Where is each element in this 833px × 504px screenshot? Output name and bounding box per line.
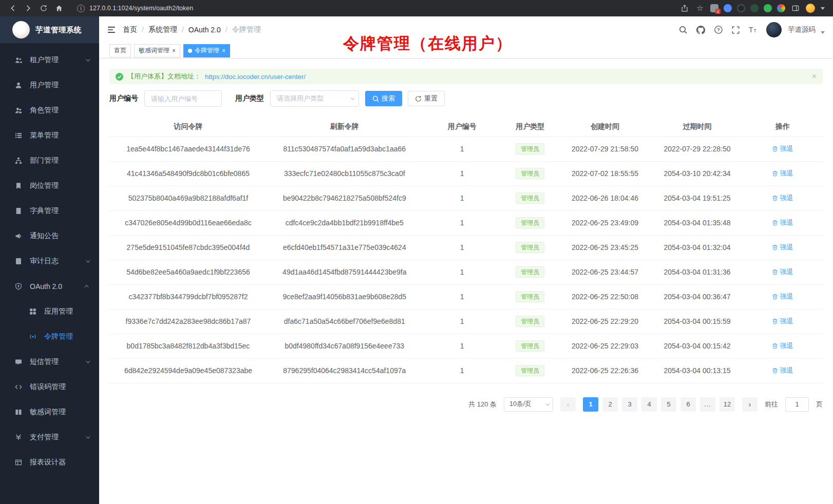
chevron-down-icon[interactable]	[821, 7, 825, 10]
cell-expire-time: 2054-03-04 00:13:15	[652, 358, 743, 383]
force-logout-button[interactable]: 强退	[772, 317, 793, 326]
cell-expire-time: 2054-03-04 00:15:59	[652, 309, 743, 334]
extension-badge: 1	[715, 9, 721, 14]
extension-icon[interactable]	[764, 4, 772, 12]
search-button[interactable]: 搜索	[365, 91, 402, 106]
next-page-button[interactable]: ›	[742, 397, 758, 412]
home-icon[interactable]	[53, 2, 65, 14]
page-12-button[interactable]: 12	[720, 397, 735, 412]
breadcrumb-item[interactable]: 系统管理	[148, 25, 177, 34]
user-type-select[interactable]: 请选择用户类型	[270, 90, 359, 107]
force-logout-button[interactable]: 强退	[772, 218, 793, 227]
extension-icon[interactable]	[724, 4, 732, 12]
audit-icon	[14, 258, 23, 265]
back-icon[interactable]	[7, 2, 19, 14]
svg-text:?: ?	[717, 27, 720, 32]
sidebar-item-pay[interactable]: 支付管理	[0, 424, 99, 450]
sidebar-item-notice[interactable]: 通知公告	[0, 223, 99, 248]
sidebar-item-dict[interactable]: 字典管理	[0, 198, 99, 223]
sidebar-item-post[interactable]: 岗位管理	[0, 173, 99, 198]
sidebar-item-role[interactable]: 角色管理	[0, 98, 99, 123]
page-4-button[interactable]: 4	[641, 397, 657, 412]
sidebar-item-dept[interactable]: 部门管理	[0, 148, 99, 173]
page-1-button[interactable]: 1	[583, 397, 598, 412]
goto-page-input[interactable]	[785, 397, 809, 412]
sidebar-item-menu[interactable]: 菜单管理	[0, 123, 99, 148]
force-logout-button[interactable]: 强退	[772, 193, 793, 203]
column-header: 用户编号	[422, 117, 502, 137]
page-size-select[interactable]: 10条/页	[504, 397, 553, 412]
force-logout-button[interactable]: 强退	[772, 341, 793, 351]
sidebar-item-oauth[interactable]: OAuth 2.0	[0, 274, 99, 299]
browser-chrome: i 127.0.0.1:1024/system/oauth2/token ☆ 1	[0, 0, 833, 16]
force-logout-button[interactable]: 强退	[772, 292, 793, 301]
force-logout-button[interactable]: 强退	[772, 144, 793, 153]
page-2-button[interactable]: 2	[602, 397, 618, 412]
force-logout-button[interactable]: 强退	[772, 169, 793, 178]
page-more-button[interactable]: ...	[700, 397, 715, 412]
role-icon	[14, 107, 23, 114]
cell-created-time: 2022-06-25 23:49:09	[558, 210, 652, 235]
browser-profile-avatar[interactable]	[806, 4, 815, 13]
url-bar[interactable]: i 127.0.0.1:1024/system/oauth2/token	[71, 2, 673, 14]
table-row: 275e5de9151045fe87cbdc395e004f4de6cfd40e…	[109, 235, 823, 260]
doc-link[interactable]: https://doc.iocoder.cn/user-center/	[205, 73, 306, 81]
extension-icon[interactable]	[777, 4, 785, 12]
page-6-button[interactable]: 6	[680, 397, 696, 412]
tab-sensitive-word[interactable]: 敏感词管理×	[134, 44, 180, 57]
breadcrumb-item[interactable]: 首页	[123, 25, 137, 34]
sidebar-item-audit[interactable]: 审计日志	[0, 248, 99, 274]
sidebar-item-report[interactable]: 报表设计器	[0, 450, 99, 475]
close-icon[interactable]: ×	[172, 48, 176, 54]
sidebar-item-token[interactable]: 令牌管理	[0, 324, 99, 349]
close-icon[interactable]: ×	[812, 72, 817, 81]
reload-icon[interactable]	[37, 2, 50, 14]
cell-user-id: 1	[422, 358, 502, 383]
force-logout-button[interactable]: 强退	[772, 366, 793, 375]
breadcrumb-item[interactable]: OAuth 2.0	[188, 26, 221, 34]
user-id-input[interactable]	[144, 90, 222, 107]
user-name[interactable]: 芋道源码	[788, 25, 816, 34]
forward-icon[interactable]	[22, 2, 34, 14]
help-icon[interactable]: ?	[714, 26, 723, 34]
extension-icon[interactable]	[750, 4, 759, 12]
force-logout-button[interactable]: 强退	[772, 243, 793, 252]
prev-page-button[interactable]: ‹	[560, 397, 576, 412]
sidebar-item-errcode[interactable]: 错误码管理	[0, 374, 99, 399]
sidebar-item-app[interactable]: 应用管理	[0, 299, 99, 324]
close-icon[interactable]: ×	[222, 48, 225, 54]
github-icon[interactable]	[696, 26, 705, 34]
sidebar-item-tenant[interactable]: 租户管理	[0, 47, 99, 72]
force-logout-button[interactable]: 强退	[772, 267, 793, 277]
font-size-icon[interactable]: TT	[749, 26, 757, 34]
user-avatar[interactable]	[766, 22, 782, 37]
app-logo[interactable]: 芋道管理系统	[0, 16, 99, 43]
page-5-button[interactable]: 5	[661, 397, 676, 412]
search-icon[interactable]	[679, 26, 687, 34]
cell-created-time: 2022-07-02 18:55:55	[558, 161, 652, 186]
sidebar-item-sensitive[interactable]: 敏感词管理	[0, 399, 99, 424]
site-info-icon[interactable]: i	[77, 5, 85, 12]
tab-home[interactable]: 首页	[109, 44, 131, 57]
reset-button[interactable]: 重置	[408, 91, 445, 106]
bookmark-star-icon[interactable]: ☆	[694, 2, 706, 14]
cell-refresh-token: b0df4980ffd34c67a08f9156e4eee733	[267, 334, 422, 358]
table-row: 1ea5e44f8bc1467aaede43144f31de76811c5304…	[109, 137, 823, 161]
user-type-tag: 管理员	[516, 316, 544, 327]
sidebar-item-sms[interactable]: 短信管理	[0, 349, 99, 374]
share-icon[interactable]	[678, 2, 691, 14]
cell-created-time: 2022-06-25 23:45:25	[558, 235, 652, 260]
sidebar-item-user[interactable]: 用户管理	[0, 72, 99, 98]
breadcrumb-item: 令牌管理	[232, 25, 261, 34]
extension-icon[interactable]: 1	[710, 4, 718, 12]
breadcrumb-separator: /	[225, 26, 228, 34]
side-panel-icon[interactable]	[789, 2, 802, 14]
page-3-button[interactable]: 3	[622, 397, 637, 412]
tab-token[interactable]: 令牌管理×	[183, 44, 230, 57]
fullscreen-icon[interactable]	[732, 26, 740, 34]
hamburger-icon[interactable]	[107, 26, 116, 34]
chevron-down-icon	[86, 57, 90, 61]
sidebar-item-label: 用户管理	[30, 81, 59, 90]
tenant-icon	[14, 56, 23, 64]
extension-icon[interactable]	[737, 4, 745, 12]
